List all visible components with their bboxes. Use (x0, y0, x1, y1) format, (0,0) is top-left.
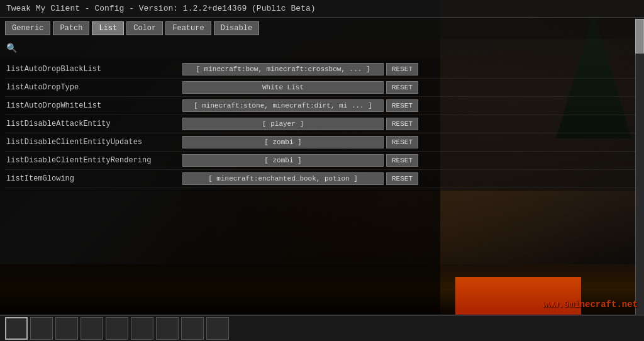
config-value-1[interactable]: White List (182, 81, 384, 94)
tab-bar: Generic Patch List Color Feature Disable (0, 18, 644, 39)
window-title: Tweak My Client - Config - Version: 1.2.… (6, 4, 315, 13)
search-icon[interactable]: 🔍 (6, 43, 17, 53)
reset-btn-4[interactable]: RESET (386, 136, 418, 148)
hotbar-slot-1[interactable] (5, 317, 28, 340)
hotbar-slot-5[interactable] (106, 317, 128, 340)
config-value-2[interactable]: [ minecraft:stone, minecraft:dirt, mi ..… (182, 99, 384, 112)
reset-btn-0[interactable]: RESET (386, 63, 418, 75)
config-label-1: listAutoDropType (6, 83, 182, 92)
tab-list[interactable]: List (92, 21, 124, 35)
tab-disable[interactable]: Disable (214, 21, 259, 35)
hotbar-slot-3[interactable] (55, 317, 78, 340)
hotbar-slot-2[interactable] (30, 317, 53, 340)
tab-patch[interactable]: Patch (53, 21, 89, 35)
scrollbar-thumb[interactable] (635, 19, 644, 53)
config-label-4: listDisableClientEntityUpdates (6, 138, 182, 147)
config-label-2: listAutoDropWhiteList (6, 101, 182, 110)
search-area: 🔍 (0, 39, 644, 58)
reset-btn-5[interactable]: RESET (386, 154, 418, 167)
config-label-3: listDisableAttackEntity (6, 120, 182, 128)
config-row-listAutoDropWhiteList: listAutoDropWhiteList [ minecraft:stone,… (5, 97, 639, 115)
hotbar-slot-6[interactable] (131, 317, 153, 340)
config-row-listDisableAttackEntity: listDisableAttackEntity [ player ] RESET (5, 115, 639, 133)
config-label-6: listItemGlowing (6, 174, 182, 183)
taskbar (0, 315, 644, 341)
hotbar-slot-8[interactable] (181, 317, 204, 340)
config-row-listDisableClientEntityUpdates: listDisableClientEntityUpdates [ zombi ]… (5, 133, 639, 152)
reset-btn-3[interactable]: RESET (386, 118, 418, 130)
tab-color[interactable]: Color (126, 21, 163, 35)
config-list: listAutoDropBlackList [ minecraft:bow, m… (0, 58, 644, 191)
hotbar-slot-9[interactable] (206, 317, 229, 340)
reset-btn-1[interactable]: RESET (386, 81, 418, 94)
tab-generic[interactable]: Generic (5, 21, 50, 35)
config-row-listAutoDropBlackList: listAutoDropBlackList [ minecraft:bow, m… (5, 60, 639, 79)
config-value-0[interactable]: [ minecraft:bow, minecraft:crossbow, ...… (182, 63, 384, 75)
watermark: www.9minecraft.net (543, 299, 638, 310)
tab-feature[interactable]: Feature (165, 21, 211, 35)
title-bar: Tweak My Client - Config - Version: 1.2.… (0, 0, 644, 18)
config-label-0: listAutoDropBlackList (6, 65, 182, 74)
reset-btn-6[interactable]: RESET (386, 172, 418, 185)
hotbar-slot-4[interactable] (80, 317, 103, 340)
ui-container: Tweak My Client - Config - Version: 1.2.… (0, 0, 644, 341)
hotbar-slot-7[interactable] (156, 317, 179, 340)
config-value-6[interactable]: [ minecraft:enchanted_book, potion ] (182, 172, 384, 185)
reset-btn-2[interactable]: RESET (386, 99, 418, 112)
config-row-listItemGlowing: listItemGlowing [ minecraft:enchanted_bo… (5, 170, 639, 188)
scrollbar-track[interactable] (635, 19, 644, 327)
config-value-4[interactable]: [ zombi ] (182, 136, 384, 148)
config-value-5[interactable]: [ zombi ] (182, 154, 384, 167)
config-row-listDisableClientEntityRendering: listDisableClientEntityRendering [ zombi… (5, 152, 639, 170)
config-label-5: listDisableClientEntityRendering (6, 156, 182, 165)
config-value-3[interactable]: [ player ] (182, 118, 384, 130)
config-row-listAutoDropType: listAutoDropType White List RESET (5, 79, 639, 97)
